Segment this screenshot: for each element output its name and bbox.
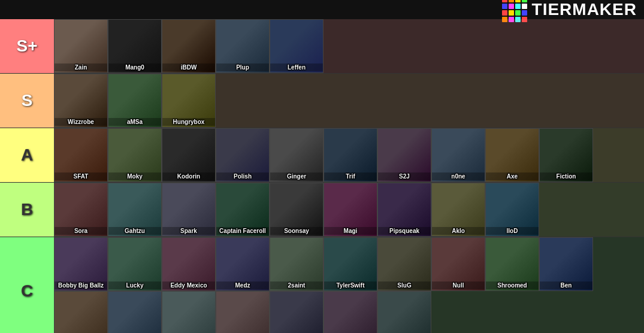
tier-cards-c: Bobby Big BallzLuckyEddy MexicoMedz2sain… [54, 237, 644, 333]
logo-text: TierMaker [532, 0, 637, 19]
player-card: Zain [54, 19, 108, 73]
player-card: Colbol [162, 291, 216, 333]
player-name: S2J [378, 172, 431, 180]
player-photo [378, 292, 431, 333]
player-name: Eddy Mexico [162, 281, 215, 289]
player-name: Lucky [108, 281, 161, 289]
player-name: aMSa [108, 118, 161, 126]
player-name: Fiction [540, 172, 592, 180]
logo-cell-9 [509, 10, 514, 16]
tier-label-s: S [0, 74, 54, 128]
player-name: Medz [216, 281, 269, 289]
tier-label-c: C [0, 237, 54, 333]
player-photo [324, 292, 377, 333]
player-name: Aklo [432, 227, 485, 235]
player-card: lloD [485, 183, 539, 237]
player-card: iBDW [162, 19, 216, 73]
player-name: Pipsqueak [378, 227, 431, 235]
logo-cell-0 [502, 0, 507, 2]
player-card: SluG [377, 237, 431, 291]
player-card: 2saint [270, 237, 323, 291]
player-name: n0ne [432, 172, 485, 180]
logo-cell-10 [515, 10, 521, 16]
player-card: Logan [270, 291, 323, 333]
player-photo [108, 292, 161, 333]
tier-row-b: BSoraGahtzuSparkCaptain FacerollSoonsayM… [0, 183, 644, 237]
player-card: Lucky [108, 237, 162, 291]
player-card: Sora [54, 183, 108, 237]
player-card: Aklo [431, 183, 485, 237]
tier-cards-s: WizzrobeaMSaHungrybox [54, 74, 644, 128]
logo-cell-2 [515, 0, 521, 2]
player-card: Medz [216, 237, 270, 291]
player-name: Spark [162, 227, 215, 235]
player-card: Axe [485, 128, 539, 182]
logo-cell-3 [522, 0, 527, 2]
player-photo [270, 292, 323, 333]
tier-cards-splus: ZainMang0iBDWPlupLeffen [54, 19, 644, 73]
player-card: Bobby Big Ballz [54, 237, 108, 291]
player-name: Soonsay [270, 227, 323, 235]
tier-cards-b: SoraGahtzuSparkCaptain FacerollSoonsayMa… [54, 183, 644, 237]
player-card: Soonsay [270, 183, 323, 237]
player-name: Ginger [270, 172, 323, 180]
player-card: Leffen [270, 19, 323, 73]
top-bar: TierMaker [0, 0, 644, 19]
player-card: Ben [539, 237, 593, 291]
player-card: Ginger [270, 128, 323, 182]
player-photo [55, 292, 107, 333]
player-name: Gahtzu [108, 227, 161, 235]
player-card: Moky [108, 128, 162, 182]
player-name: Wizzrobe [55, 118, 107, 126]
player-name: Leffen [270, 63, 323, 71]
player-name: Plup [216, 63, 269, 71]
logo-cell-5 [509, 4, 514, 9]
player-name: Zain [55, 63, 107, 71]
player-name: Moky [108, 172, 161, 180]
player-card: Plup [216, 19, 270, 73]
player-card: Eddy Mexico [162, 237, 216, 291]
logo-cell-4 [502, 4, 507, 9]
player-card: Hungrybox [162, 74, 216, 128]
player-card: Zamu [108, 291, 162, 333]
logo-cell-1 [509, 0, 514, 2]
player-name: Captain Faceroll [216, 227, 269, 235]
player-card: Mang0 [108, 19, 162, 73]
player-card: Wizzrobe [54, 74, 108, 128]
player-name: Axe [486, 172, 539, 180]
player-name: SFAT [55, 172, 107, 180]
player-card: Magi [323, 183, 377, 237]
player-name: Kodorin [162, 172, 215, 180]
player-card: Pipsqueak [377, 183, 431, 237]
player-card: Free Palastine [323, 291, 377, 333]
tier-label-splus: S+ [0, 19, 54, 73]
player-card: Albert [54, 291, 108, 333]
player-name: Magi [324, 227, 377, 235]
player-name: iBDW [162, 63, 215, 71]
player-card: Null [431, 237, 485, 291]
player-name: Shroomed [486, 281, 539, 289]
player-card: Spark [162, 183, 216, 237]
player-name: TylerSwift [324, 281, 377, 289]
player-card: S2J [377, 128, 431, 182]
player-card: Polish [216, 128, 270, 182]
logo-cell-7 [522, 4, 527, 9]
player-name: Trif [324, 172, 377, 180]
player-photo [216, 292, 269, 333]
player-card: Shroomed [485, 237, 539, 291]
player-card: SFAT [54, 128, 108, 182]
player-card: Gahtzu [108, 183, 162, 237]
player-card: n0ne [431, 128, 485, 182]
player-card: Fiction [539, 128, 593, 182]
tiers-area: S+ZainMang0iBDWPlupLeffenSWizzrobeaMSaHu… [0, 19, 644, 333]
player-name: Null [432, 281, 485, 289]
player-card: Kalamazhu [216, 291, 270, 333]
tier-row-splus: S+ZainMang0iBDWPlupLeffen [0, 19, 644, 74]
logo-cell-6 [515, 4, 521, 9]
tier-label-a: A [0, 128, 54, 182]
player-card: TylerSwift [323, 237, 377, 291]
player-name: lloD [486, 227, 539, 235]
tier-row-s: SWizzrobeaMSaHungrybox [0, 74, 644, 128]
player-name: Sora [55, 227, 107, 235]
player-name: Ben [540, 281, 592, 289]
